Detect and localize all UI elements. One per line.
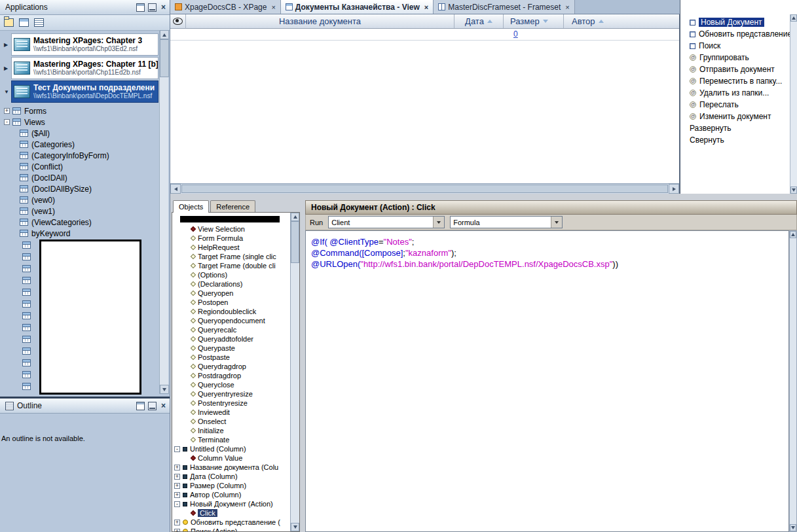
view-item[interactable]: (Conflict) [0, 161, 170, 172]
expand-toggle-icon[interactable] [174, 483, 180, 489]
objects-tree-item[interactable]: Новый Документ (Action) [172, 499, 299, 508]
editor-tab[interactable]: Документы Казначейства - View [281, 0, 434, 14]
close-icon[interactable] [160, 402, 167, 410]
application-entry[interactable]: Тест Документы подразделени \\wfs1\Binba… [11, 80, 158, 103]
objects-tree-item[interactable]: Размер (Column) [172, 481, 299, 490]
expand-toggle-icon[interactable] [174, 520, 180, 525]
formula-code[interactable]: @If( @ClientType="Notes";@Command([Compo… [305, 230, 789, 532]
view-menu-icon[interactable] [136, 3, 145, 12]
view-item[interactable]: (vew0) [0, 194, 170, 205]
expand-toggle-icon[interactable] [174, 446, 180, 452]
objects-tree-item[interactable]: Автор (Column) [172, 490, 299, 499]
folder-icon[interactable] [4, 18, 14, 27]
objects-panel-tab[interactable]: Reference [210, 200, 255, 212]
view-item[interactable]: (DocIDAll) [0, 172, 170, 183]
objects-tree-item[interactable]: Поиск (Action) [172, 527, 299, 532]
design-folder-node[interactable]: Forms [0, 105, 170, 116]
action-pane-scrollbar[interactable] [790, 14, 797, 194]
objects-tree-item[interactable]: Form Formula [172, 234, 299, 243]
objects-tree-item[interactable]: Target Frame (double cli [172, 261, 299, 270]
objects-tree-item[interactable]: Column Value [172, 453, 299, 463]
row-count[interactable]: 0 [513, 29, 518, 39]
scroll-down-icon[interactable] [790, 186, 797, 194]
objects-tree-item[interactable]: Initialize [172, 426, 299, 435]
view-menu-icon[interactable] [136, 402, 145, 410]
objects-tree-item[interactable]: Postopen [172, 298, 299, 307]
application-entry[interactable]: Mastering XPages: Chapter 3 \\wfs1\Binba… [11, 33, 158, 56]
application-entry[interactable]: Mastering XPages: Chapter 11 [b] \\wfs1\… [11, 57, 158, 79]
scroll-right-icon[interactable] [669, 184, 679, 194]
objects-tree-item[interactable]: HelpRequest [172, 243, 299, 252]
tab-close-icon[interactable] [424, 3, 428, 11]
objects-tree-item[interactable]: Postentryresize [172, 399, 299, 408]
sidebar-scrollbar[interactable] [159, 30, 168, 394]
editor-tab[interactable]: MasterDiscFrameset - Frameset [434, 0, 574, 14]
view-column-header[interactable]: Дата [454, 14, 504, 28]
expand-toggle-icon[interactable] [4, 119, 10, 125]
objects-tree-item[interactable]: (Declarations) [172, 279, 299, 289]
scroll-up-icon[interactable] [291, 213, 299, 221]
scroll-up-icon[interactable] [790, 231, 796, 238]
scroll-down-icon[interactable] [291, 523, 299, 531]
objects-tree-item[interactable]: Queryaddtofolder [172, 334, 299, 344]
view-item[interactable]: (CategoryInfoByForm) [0, 150, 170, 161]
scrollbar-thumb[interactable] [291, 221, 299, 263]
objects-tree-item[interactable]: Regiondoubleclick [172, 307, 299, 316]
action-item[interactable]: Развернуть [680, 122, 797, 134]
objects-tree-item[interactable]: Target Frame (single clic [172, 252, 299, 261]
action-item[interactable]: Новый Документ [680, 16, 797, 28]
expand-arrow-icon[interactable] [4, 42, 8, 48]
action-item[interactable]: Поиск [680, 40, 797, 52]
expand-toggle-icon[interactable] [174, 465, 180, 470]
action-item[interactable]: Изменить документ [680, 111, 797, 122]
action-item[interactable]: Удалить из папки... [680, 87, 797, 99]
scrollbar-thumb[interactable] [160, 39, 169, 77]
objects-tree-root-selected[interactable] [180, 216, 280, 222]
list-icon[interactable] [34, 18, 44, 27]
objects-tree-item[interactable]: Queryopen [172, 289, 299, 298]
expand-toggle-icon[interactable] [174, 492, 180, 498]
action-item[interactable]: Переслать [680, 99, 797, 111]
action-item[interactable]: Отправить документ [680, 63, 797, 75]
objects-tree-item[interactable]: View Selection [172, 224, 299, 234]
objects-tree-item[interactable]: Postdragdrop [172, 371, 299, 380]
objects-tree-item[interactable]: Querydragdrop [172, 362, 299, 371]
view-item[interactable]: (vew1) [0, 205, 170, 217]
objects-tree-item[interactable]: Обновить представление ( [172, 518, 299, 527]
objects-tree-item[interactable]: Untitled (Column) [172, 444, 299, 453]
scrollbar-thumb[interactable] [181, 185, 668, 193]
window-icon[interactable] [19, 18, 29, 27]
action-item[interactable]: Обновить представление [680, 28, 797, 40]
action-item[interactable]: Группировать [680, 52, 797, 63]
objects-panel-tab[interactable]: Objects [173, 200, 209, 213]
minimize-icon[interactable] [148, 3, 157, 12]
objects-scrollbar[interactable] [290, 213, 299, 531]
expand-toggle-icon[interactable] [4, 108, 10, 114]
expand-arrow-icon[interactable] [4, 89, 9, 95]
objects-tree-item[interactable]: Дата (Column) [172, 472, 299, 481]
view-horizontal-scrollbar[interactable] [170, 183, 679, 194]
objects-tree-item[interactable]: Queryrecalc [172, 325, 299, 334]
tab-close-icon[interactable] [565, 3, 569, 11]
view-column-header[interactable]: Размер [504, 14, 564, 28]
scroll-left-icon[interactable] [170, 184, 181, 194]
expand-toggle-icon[interactable] [174, 474, 180, 480]
dropdown-arrow-icon[interactable] [433, 217, 444, 228]
objects-tree-item[interactable]: Queryclose [172, 380, 299, 389]
objects-tree-item[interactable]: Queryentryresize [172, 389, 299, 399]
view-item[interactable]: (DocIDAllBySize) [0, 183, 170, 194]
tab-close-icon[interactable] [271, 3, 275, 11]
view-item[interactable]: (ViewCategories) [0, 217, 170, 228]
objects-tree-item[interactable]: Inviewedit [172, 408, 299, 417]
view-item[interactable]: ($All) [0, 128, 170, 139]
objects-tree-item[interactable]: Название документа (Colu [172, 463, 299, 472]
view-column-header[interactable]: Название документа [186, 14, 454, 28]
objects-tree-item[interactable]: Querypaste [172, 344, 299, 353]
objects-tree-item[interactable]: Onselect [172, 417, 299, 426]
objects-tree-item[interactable]: Postpaste [172, 353, 299, 362]
scroll-up-icon[interactable] [790, 14, 797, 22]
dropdown-arrow-icon[interactable] [551, 217, 562, 228]
view-column-header[interactable]: Автор [564, 14, 679, 28]
action-item[interactable]: Свернуть [680, 134, 797, 146]
minimize-icon[interactable] [148, 402, 157, 410]
